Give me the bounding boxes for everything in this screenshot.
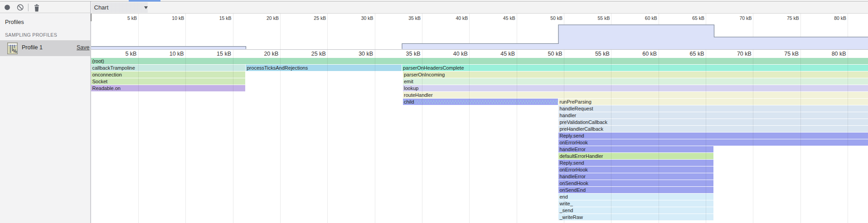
svg-text:%: % [13,48,17,54]
